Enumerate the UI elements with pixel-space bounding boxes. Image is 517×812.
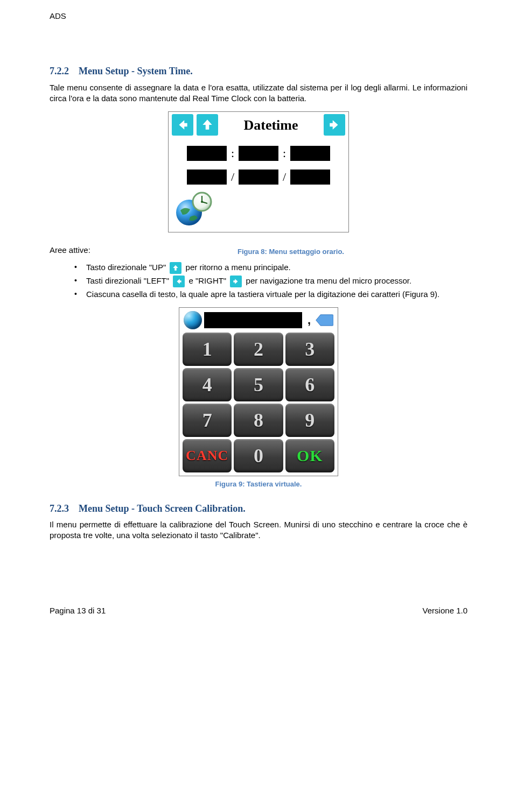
bullet-2-text-c: per navigazione tra menu del micro proce… [246, 276, 412, 285]
date-sep-1: / [231, 169, 234, 185]
bullet-1: Tasto direzionale "UP" per ritorno a men… [74, 262, 467, 274]
aree-attive-label: Aree attive: [50, 245, 90, 256]
key-3[interactable]: 3 [285, 333, 334, 366]
date-row: / / [169, 169, 348, 185]
section-heading-7-2-2: 7.2.2Menu Setup - System Time. [50, 65, 467, 77]
footer-right: Versione 1.0 [423, 605, 467, 616]
bullet-2-text-b: e "RIGHT" [188, 276, 228, 285]
bullet-1-text-b: per ritorno a menu principale. [186, 263, 291, 272]
globe-clock-icon [174, 190, 349, 229]
key-7[interactable]: 7 [183, 404, 232, 437]
time-hour-field[interactable] [187, 146, 227, 161]
panel-title: Datetime [221, 116, 320, 135]
key-0[interactable]: 0 [234, 439, 283, 472]
keypad-display[interactable] [204, 312, 302, 328]
figure-9-caption: Figura 9: Tastiera virtuale. [50, 479, 467, 489]
section-heading-7-2-3: 7.2.3Menu Setup - Touch Screen Calibrati… [50, 502, 467, 515]
figure-9: , 1 2 3 4 5 6 7 8 9 CANC 0 OK Figura 9: … [50, 307, 467, 489]
left-arrow-icon[interactable] [172, 114, 193, 136]
svg-point-4 [201, 201, 203, 203]
section-number: 7.2.3 [50, 503, 69, 514]
right-arrow-icon [230, 276, 242, 287]
up-arrow-icon[interactable] [197, 114, 218, 136]
doc-header: ADS [50, 11, 467, 22]
date-sep-2: / [283, 169, 286, 185]
bullet-3: Ciascuna casella di testo, la quale apre… [74, 289, 467, 300]
section-paragraph: Tale menu consente di assegnare la data … [50, 82, 467, 104]
time-sec-field[interactable] [290, 146, 330, 161]
section-number: 7.2.2 [50, 66, 69, 76]
date-day-field[interactable] [187, 170, 227, 185]
bullet-list: Tasto direzionale "UP" per ritorno a men… [50, 262, 467, 300]
key-6[interactable]: 6 [285, 368, 334, 401]
bullet-1-text-a: Tasto direzionale "UP" [86, 263, 168, 272]
key-1[interactable]: 1 [183, 333, 232, 366]
backspace-icon[interactable] [315, 313, 333, 328]
date-month-field[interactable] [239, 170, 278, 185]
bullet-2-text-a: Tasti direzionali "LEFT" [86, 276, 171, 285]
key-4[interactable]: 4 [183, 368, 232, 401]
figure-8-caption: Figura 8: Menu settaggio orario. [114, 247, 467, 257]
time-sep-1: : [231, 145, 234, 161]
up-arrow-icon [170, 262, 181, 274]
key-2[interactable]: 2 [234, 333, 283, 366]
key-5[interactable]: 5 [234, 368, 283, 401]
footer-left: Pagina 13 di 31 [50, 605, 106, 616]
section-title: Menu Setup - Touch Screen Calibration. [79, 503, 246, 514]
bullet-2: Tasti direzionali "LEFT" e "RIGHT" per n… [74, 276, 467, 287]
page-footer: Pagina 13 di 31 Versione 1.0 [50, 605, 467, 616]
left-arrow-icon [173, 276, 185, 287]
date-year-field[interactable] [290, 170, 330, 185]
figure-8: Datetime : : / / [50, 111, 467, 235]
section-2-paragraph: Il menu permette di effettuare la calibr… [50, 519, 467, 541]
virtual-keypad: , 1 2 3 4 5 6 7 8 9 CANC 0 OK [179, 307, 338, 476]
key-ok[interactable]: OK [285, 439, 334, 472]
keypad-comma: , [304, 312, 313, 328]
key-9[interactable]: 9 [285, 404, 334, 437]
right-arrow-icon[interactable] [324, 114, 345, 136]
time-sep-2: : [283, 145, 286, 161]
datetime-panel: Datetime : : / / [168, 111, 349, 232]
orb-icon[interactable] [184, 311, 202, 329]
time-row: : : [169, 145, 348, 161]
key-canc[interactable]: CANC [183, 439, 232, 472]
section-title: Menu Setup - System Time. [79, 66, 193, 76]
key-8[interactable]: 8 [234, 404, 283, 437]
time-min-field[interactable] [239, 146, 278, 161]
